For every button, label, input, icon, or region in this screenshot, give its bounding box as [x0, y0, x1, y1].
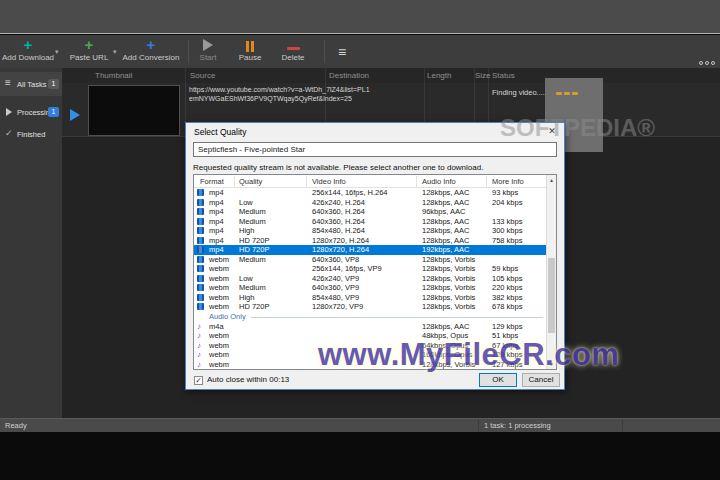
- scroll-down-icon[interactable]: ▼: [547, 359, 556, 369]
- pause-label: Pause: [232, 52, 268, 63]
- cell-format: m4a: [209, 322, 224, 332]
- quality-row[interactable]: mp4Medium640x360, H.264128kbps, AAC133 k…: [194, 217, 547, 227]
- cell-format: webm: [209, 283, 229, 293]
- column-more-info[interactable]: More Info: [492, 177, 524, 186]
- cell-more: 59 kbps: [492, 264, 518, 274]
- quality-row[interactable]: mp4256x144, 16fps, H.264128kbps, AAC93 k…: [194, 188, 547, 198]
- quality-table: Format Quality Video Info Audio Info Mor…: [193, 174, 557, 370]
- audio-only-separator: Audio Only: [194, 312, 547, 322]
- cell-video: 640x360, H.264: [312, 207, 365, 217]
- quality-row[interactable]: webmLow426x240, VP9128kbps, Vorbis105 kb…: [194, 274, 547, 284]
- pause-button[interactable]: Pause: [232, 37, 268, 66]
- statusbar-divider: [622, 420, 623, 432]
- task-play-icon[interactable]: [70, 109, 80, 121]
- cell-video: 854x480, H.264: [312, 226, 365, 236]
- close-icon[interactable]: ✕: [545, 125, 559, 138]
- add-conversion-button[interactable]: + Add Conversion: [120, 37, 182, 66]
- video-format-icon: [197, 208, 204, 215]
- column-length[interactable]: Length: [427, 71, 451, 80]
- toolbar-divider: [324, 40, 325, 63]
- music-note-icon: ♪: [197, 322, 201, 332]
- video-format-icon: [197, 237, 204, 244]
- quality-row[interactable]: webmMedium640x360, VP9128kbps, Vorbis220…: [194, 283, 547, 293]
- sidebar: ≡ All Tasks 1 Processing 1 ✓ Finished: [0, 68, 62, 418]
- cell-video: 1280x720, VP9: [312, 302, 363, 312]
- paste-url-label: Paste URL: [66, 52, 112, 63]
- quality-row[interactable]: mp4High854x480, H.264128kbps, AAC300 kbp…: [194, 226, 547, 236]
- cell-audio: 48kbps, Opus: [422, 331, 468, 341]
- cell-format: webm: [209, 302, 229, 312]
- quality-row[interactable]: webmHD 720P1280x720, VP9128kbps, Vorbis6…: [194, 302, 547, 312]
- toolbar-divider: [188, 40, 189, 63]
- cell-audio: 128kbps, AAC: [422, 236, 470, 246]
- scroll-up-icon[interactable]: ▲: [547, 175, 556, 185]
- statusbar-divider: [478, 420, 479, 432]
- quality-row[interactable]: mp4Low426x240, H.264128kbps, AAC204 kbps: [194, 198, 547, 208]
- quality-row[interactable]: webmHigh854x480, VP9128kbps, Vorbis382 k…: [194, 293, 547, 303]
- column-status[interactable]: Status: [492, 71, 515, 80]
- audio-quality-row[interactable]: ♪m4a128kbps, AAC129 kbps: [194, 322, 547, 332]
- audio-quality-row[interactable]: ♪webm64kbps, Opus67 kbps: [194, 341, 547, 351]
- delete-button[interactable]: Delete: [275, 37, 311, 66]
- quality-row[interactable]: webmMedium640x360, VP8128kbps, Vorbis: [194, 255, 547, 265]
- audio-quality-row[interactable]: ♪webm48kbps, Opus51 kbps: [194, 331, 547, 341]
- cell-format: mp4: [209, 207, 224, 217]
- paste-url-caret-icon[interactable]: ▾: [113, 48, 117, 56]
- column-thumbnail[interactable]: Thumbnail: [95, 71, 132, 80]
- play-icon: [192, 37, 224, 52]
- video-title-field[interactable]: Septicflesh - Five-pointed Star: [193, 142, 557, 157]
- add-download-button[interactable]: + Add Download: [2, 37, 54, 66]
- cell-quality: Medium: [239, 217, 266, 227]
- column-destination[interactable]: Destination: [329, 71, 369, 80]
- sidebar-item-processing[interactable]: Processing 1: [0, 100, 62, 124]
- auto-close-label: Auto close within 00:13: [207, 375, 289, 384]
- paste-url-button[interactable]: + Paste URL: [66, 37, 112, 66]
- column-video-info[interactable]: Video Info: [312, 177, 346, 186]
- header-divider: [306, 176, 307, 187]
- audio-quality-row[interactable]: ♪webm160kbps, Opus129 kbps: [194, 350, 547, 360]
- column-format[interactable]: Format: [200, 177, 224, 186]
- scrollbar[interactable]: ▲ ▼: [546, 175, 556, 369]
- cell-format: webm: [209, 341, 229, 351]
- ok-button[interactable]: OK: [479, 373, 517, 387]
- cell-video: 854x480, VP9: [312, 293, 359, 303]
- add-download-caret-icon[interactable]: ▾: [55, 48, 59, 56]
- auto-close-checkbox[interactable]: ✓: [194, 376, 203, 385]
- column-quality[interactable]: Quality: [239, 177, 262, 186]
- cell-more: 127 kbps: [492, 360, 522, 370]
- quality-row[interactable]: mp4Medium640x360, H.26496kbps, AAC: [194, 207, 547, 217]
- cell-quality: High: [239, 293, 254, 303]
- cell-more: 220 kbps: [492, 283, 522, 293]
- cell-format: mp4: [209, 198, 224, 208]
- cell-quality: Low: [239, 274, 253, 284]
- cell-audio: 128kbps, Vorbis: [422, 274, 475, 284]
- more-options-button[interactable]: [697, 51, 715, 69]
- quality-row[interactable]: mp4HD 720P1280x720, H.264192kbps, AAC: [194, 245, 547, 255]
- cell-more: 678 kbps: [492, 302, 522, 312]
- quality-row[interactable]: mp4HD 720P1280x720, H.264128kbps, AAC758…: [194, 236, 547, 246]
- cell-quality: Medium: [239, 207, 266, 217]
- column-source[interactable]: Source: [190, 71, 215, 80]
- delete-label: Delete: [275, 52, 311, 63]
- scrollbar-thumb[interactable]: [548, 258, 555, 333]
- quality-table-header: Format Quality Video Info Audio Info Mor…: [194, 175, 546, 188]
- pause-icon: [232, 37, 268, 52]
- audio-only-label: Audio Only: [209, 312, 246, 322]
- quality-row[interactable]: webm256x144, 16fps, VP9128kbps, Vorbis59…: [194, 264, 547, 274]
- video-format-icon: [197, 227, 204, 234]
- sidebar-item-all-tasks[interactable]: ≡ All Tasks 1: [0, 72, 62, 96]
- cell-format: webm: [209, 350, 229, 360]
- cancel-button[interactable]: Cancel: [522, 373, 560, 387]
- cell-quality: Low: [239, 198, 253, 208]
- audio-quality-row[interactable]: ♪webm128kbps, Vorbis127 kbps: [194, 360, 547, 370]
- hamburger-menu-button[interactable]: ≡: [332, 44, 352, 60]
- column-audio-info[interactable]: Audio Info: [422, 177, 456, 186]
- cell-quality: Medium: [239, 255, 266, 265]
- plus-icon: +: [2, 37, 54, 52]
- loading-dots-icon: [556, 81, 580, 99]
- cell-more: 93 kbps: [492, 188, 518, 198]
- sidebar-item-finished[interactable]: ✓ Finished: [0, 122, 62, 146]
- cell-video: 426x240, VP9: [312, 274, 359, 284]
- start-button[interactable]: Start: [192, 37, 224, 66]
- plus-icon: +: [120, 37, 182, 52]
